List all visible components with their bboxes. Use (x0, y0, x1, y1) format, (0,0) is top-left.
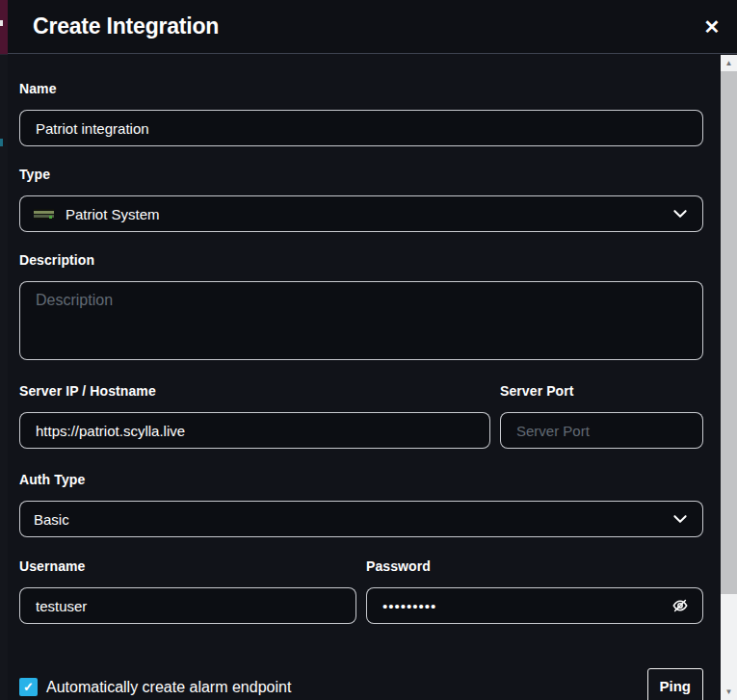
chevron-down-icon (671, 510, 689, 528)
type-select[interactable]: Patriot System (19, 195, 703, 232)
password-field: Password (366, 558, 703, 624)
type-label: Type (19, 167, 703, 182)
password-input-wrap (366, 587, 703, 624)
username-label: Username (19, 558, 356, 574)
scrollbar-thumb[interactable] (721, 71, 737, 594)
name-label: Name (19, 81, 703, 96)
username-field: Username (19, 558, 356, 624)
description-label: Description (19, 252, 703, 268)
auth-type-selected-value: Basic (34, 511, 69, 528)
modal-body: Name Type Patriot System Description Ser… (8, 55, 721, 700)
checkbox-label: Automatically create alarm endpoint (46, 679, 291, 696)
server-port-field: Server Port (500, 383, 703, 449)
password-input[interactable] (366, 587, 703, 624)
server-host-input[interactable] (19, 412, 490, 449)
scroll-down-icon[interactable]: ▼ (721, 684, 737, 700)
checkbox-checked-icon[interactable]: ✓ (19, 678, 38, 696)
close-icon[interactable]: ✕ (697, 12, 727, 42)
background-page-accent-fragment (0, 139, 3, 146)
chevron-down-icon (671, 205, 689, 222)
screen: Create Integration ✕ Name Type Patriot S… (0, 0, 737, 700)
footer-row: ✓ Automatically create alarm endpoint Pi… (19, 668, 703, 700)
background-page-text-fragment (0, 20, 3, 26)
scroll-up-icon[interactable]: ▲ (721, 55, 737, 71)
server-port-label: Server Port (500, 383, 703, 399)
credentials-row: Username Password (19, 558, 703, 624)
background-page-header-edge (0, 0, 8, 55)
server-host-label: Server IP / Hostname (19, 383, 490, 399)
background-page-edge (0, 0, 8, 700)
auth-type-label: Auth Type (19, 472, 703, 487)
auto-create-endpoint-checkbox[interactable]: ✓ Automatically create alarm endpoint (19, 678, 291, 696)
type-selected-value: Patriot System (66, 206, 160, 222)
username-input[interactable] (19, 587, 356, 624)
auth-type-select[interactable]: Basic (19, 501, 703, 537)
password-label: Password (366, 558, 703, 574)
ping-button[interactable]: Ping (647, 668, 704, 700)
server-port-input[interactable] (500, 412, 703, 449)
description-textarea[interactable] (19, 281, 703, 360)
server-host-field: Server IP / Hostname (19, 383, 490, 449)
name-input[interactable] (19, 110, 703, 146)
server-row: Server IP / Hostname Server Port (19, 383, 703, 449)
patriot-logo-icon (34, 209, 54, 220)
vertical-scrollbar[interactable]: ▲ ▼ (721, 55, 737, 700)
modal-title: Create Integration (33, 13, 219, 39)
visibility-off-icon[interactable] (669, 594, 692, 617)
modal-header: Create Integration ✕ (8, 0, 737, 54)
